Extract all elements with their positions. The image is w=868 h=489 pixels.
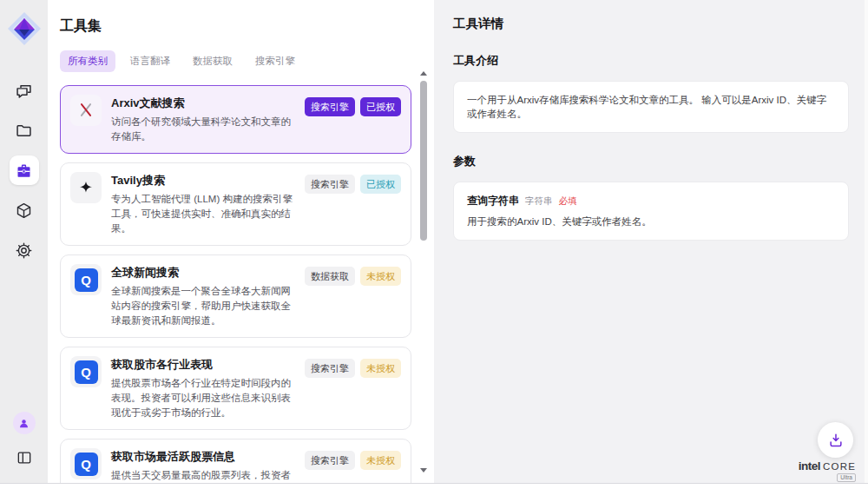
category-badge: 数据获取	[305, 267, 355, 286]
intro-heading: 工具介绍	[453, 53, 849, 69]
app-logo[interactable]	[7, 11, 42, 46]
download-icon[interactable]	[818, 422, 853, 458]
tool-description: 访问各个研究领域大量科学论文和文章的存储库。	[111, 115, 295, 144]
tool-details-panel: 工具详情 工具介绍 一个用于从Arxiv存储库搜索科学论文和文章的工具。 输入可…	[434, 0, 868, 483]
category-badge: 搜索引擎	[305, 175, 355, 194]
category-tab[interactable]: 所有类别	[60, 50, 115, 72]
auth-badge: 已授权	[360, 175, 401, 194]
tool-title: 全球新闻搜索	[111, 265, 295, 281]
sidebar	[0, 0, 48, 483]
sidebar-bottom	[10, 412, 39, 472]
parameter-header: 查询字符串 字符串 必填	[467, 194, 835, 208]
tool-card[interactable]: Q 获取市场最活跃股票信息 提供当天交易量最高的股票列表，投资者可以利用这些信息…	[60, 439, 411, 483]
brand-core-text: CORE	[823, 461, 856, 472]
tool-card[interactable]: Tavily搜索 专为人工智能代理 (LLM) 构建的搜索引擎工具，可快速提供实…	[60, 162, 411, 246]
window-chrome: 工具集 所有类别 语言翻译 数据获取 搜索引擎 Arxiv文献搜索 访问各个研究…	[0, 0, 868, 484]
category-tab[interactable]: 数据获取	[185, 50, 240, 72]
gear-icon	[15, 241, 33, 260]
category-tabs: 所有类别 语言翻译 数据获取 搜索引擎	[60, 50, 422, 72]
arxiv-icon	[70, 95, 102, 126]
scroll-down-arrow-icon[interactable]	[420, 468, 427, 472]
app-window: 工具集 所有类别 语言翻译 数据获取 搜索引擎 Arxiv文献搜索 访问各个研究…	[0, 0, 868, 489]
auth-badge: 已授权	[360, 97, 401, 116]
collapse-sidebar-icon[interactable]	[10, 443, 39, 472]
category-tab[interactable]: 搜索引擎	[247, 50, 303, 72]
toolset-title: 工具集	[60, 17, 434, 36]
category-badge: 搜索引擎	[305, 97, 355, 116]
sidebar-item[interactable]	[10, 155, 39, 185]
tavily-star-icon	[70, 172, 102, 203]
folder-icon	[15, 122, 33, 140]
parameter-name: 查询字符串	[467, 194, 519, 208]
tool-card[interactable]: Q 获取股市各行业表现 提供股票市场各个行业在特定时间段内的表现。投资者可以利用…	[60, 347, 411, 430]
auth-badge: 未授权	[360, 267, 401, 286]
global-news-icon: Q	[70, 264, 102, 295]
scrollbar-thumb[interactable]	[420, 81, 427, 241]
sidebar-item[interactable]	[10, 195, 39, 225]
auth-badge: 未授权	[360, 451, 401, 470]
params-heading: 参数	[453, 154, 849, 169]
tool-description: 提供当天交易量最高的股票列表，投资者可以利用这些信息来识别流动性强的股票和潜在的…	[111, 468, 295, 483]
details-title: 工具详情	[453, 16, 849, 32]
category-badge: 搜索引擎	[305, 451, 355, 470]
sidebar-item[interactable]	[10, 76, 39, 105]
right-scroll-track	[865, 0, 868, 483]
tool-list: Arxiv文献搜索 访问各个研究领域大量科学论文和文章的存储库。 搜索引擎 已授…	[48, 83, 434, 483]
scrollbar[interactable]	[419, 71, 428, 472]
tool-title: 获取股市各行业表现	[111, 357, 295, 373]
toolbox-icon	[15, 162, 33, 180]
scroll-up-arrow-icon[interactable]	[420, 71, 427, 76]
stock-icon: Q	[70, 356, 102, 387]
user-avatar-icon[interactable]	[13, 412, 36, 434]
sidebar-item[interactable]	[10, 235, 39, 265]
parameter-type: 字符串	[525, 195, 553, 208]
tool-card[interactable]: Q 全球新闻搜索 全球新闻搜索是一个聚合全球各大新闻网站内容的搜索引擎，帮助用户…	[60, 254, 411, 338]
intel-core-logo: intel CORE Ultra	[797, 459, 858, 482]
chat-icon	[15, 82, 33, 100]
tool-title: 获取市场最活跃股票信息	[111, 449, 295, 465]
tool-description: 专为人工智能代理 (LLM) 构建的搜索引擎工具，可快速提供实时、准确和真实的结…	[111, 192, 295, 236]
parameter-card: 查询字符串 字符串 必填 用于搜索的Arxiv ID、关键字或作者姓名。	[453, 182, 849, 241]
tool-title: Arxiv文献搜索	[111, 96, 295, 111]
tool-description: 提供股票市场各个行业在特定时间段内的表现。投资者可以利用这些信息来识别表现优于或…	[111, 376, 295, 420]
auth-badge: 未授权	[360, 359, 401, 378]
tool-description: 全球新闻搜索是一个聚合全球各大新闻网站内容的搜索引擎，帮助用户快速获取全球最新资…	[111, 284, 295, 328]
brand-ultra-badge: Ultra	[837, 473, 856, 482]
category-badge: 搜索引擎	[305, 359, 355, 378]
tool-card[interactable]: Arxiv文献搜索 访问各个研究领域大量科学论文和文章的存储库。 搜索引擎 已授…	[60, 85, 411, 154]
category-tab[interactable]: 语言翻译	[122, 50, 178, 72]
parameter-description: 用于搜索的Arxiv ID、关键字或作者姓名。	[467, 215, 835, 228]
cube-icon	[15, 202, 33, 220]
tool-intro-text: 一个用于从Arxiv存储库搜索科学论文和文章的工具。 输入可以是Arxiv ID…	[453, 81, 849, 133]
brand-intel-text: intel	[799, 459, 820, 472]
toolset-panel: 工具集 所有类别 语言翻译 数据获取 搜索引擎 Arxiv文献搜索 访问各个研究…	[48, 0, 434, 483]
stock-icon: Q	[70, 448, 102, 479]
sidebar-nav	[10, 76, 39, 265]
parameter-required-flag: 必填	[559, 195, 577, 208]
sidebar-item[interactable]	[10, 116, 39, 145]
tool-title: Tavily搜索	[111, 173, 295, 188]
